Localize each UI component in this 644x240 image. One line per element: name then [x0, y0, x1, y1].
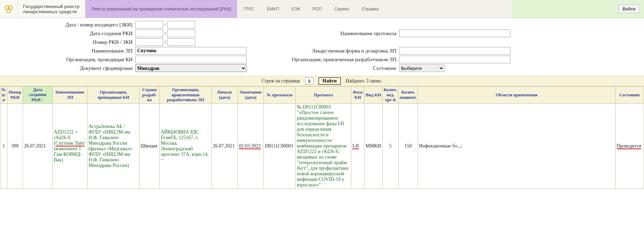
col-start[interactable]: Начало (дата) [212, 87, 238, 104]
cell-med-orgs: 5 [383, 103, 399, 189]
tab-eek[interactable]: ЕЭК [285, 0, 307, 18]
table-header-row: № п/п Номер РКИ Дата создания РКИ ↓ Наим… [0, 87, 644, 104]
lbl-org-dev: Организация, привлеченная разработчиком … [271, 57, 399, 63]
cell-lp-name: AZD1222 + rAd26-S (Спутник Лайт (компоне… [53, 103, 87, 189]
tab-grls[interactable]: ГРЛС [237, 0, 261, 18]
col-phase[interactable]: Фаза КИ [351, 87, 365, 104]
sort-down-icon: ↓ [42, 97, 44, 102]
lbl-lp-form: Лекарственная форма и дозировка ЛП [271, 48, 399, 54]
login-area: Войти [512, 0, 644, 18]
rows-per-page-label: Строк на странице [261, 78, 300, 84]
org-dev-input[interactable] [399, 56, 510, 63]
cell-protocol: № D8111C00003 "«Простое слепое рандомизи… [296, 103, 351, 189]
col-end[interactable]: Окончание (дата) [238, 87, 264, 104]
zki-num-input[interactable] [167, 38, 195, 46]
cell-kind: ММКИ [365, 103, 383, 189]
cell-start: 26.07.2021 [212, 103, 238, 189]
tab-service[interactable]: Сервис [328, 0, 356, 18]
incoming-num-input[interactable] [167, 21, 195, 29]
lbl-rki-num: Номер РКИ / ЗКИ [0, 39, 135, 45]
incoming-date-input[interactable] [135, 21, 163, 29]
cell-rki-date: 26.07.2021 [23, 103, 53, 189]
protocol-name-input[interactable] [399, 30, 510, 37]
lp-name-input[interactable] [135, 47, 246, 55]
table-row[interactable]: 1 398 26.07.2021 AZD1222 + rAd26-S (Спут… [0, 103, 644, 189]
lbl-rki-create: Дата создания РКИ [0, 31, 135, 37]
tabs: Реестр разрешений на проведение клиничес… [85, 0, 512, 18]
topbar: Государственный реестр лекарственных сре… [0, 0, 644, 18]
lbl-lp-name: Наименование ЛП [0, 48, 135, 54]
lbl-doc-formed: Документ сформирован [0, 65, 135, 71]
lp-form-input[interactable] [399, 47, 510, 55]
results-table: № п/п Номер РКИ Дата создания РКИ ↓ Наим… [0, 86, 644, 189]
cell-patients: 150 [399, 103, 418, 189]
cell-org-dev: АЙКЬЮВИА РДС ГезмбХ, 125167, г. Москва, … [160, 103, 212, 189]
col-protocol[interactable]: Протокол [296, 87, 351, 104]
tab-help[interactable]: Справка [356, 0, 385, 18]
cell-org-ki: АстраЗенека АБ / ФГБУ «НИЦЭМ им. Н.Ф. Га… [87, 103, 140, 189]
col-n[interactable]: № п/п [0, 87, 7, 104]
filters: Дата / номер входящего [ЗКИ] / Дата созд… [0, 18, 644, 76]
pager-row: Строк на странице Найти Найдено: 3 запис… [0, 76, 644, 86]
login-button[interactable]: Войти [618, 5, 640, 13]
rki-create-to-input[interactable] [167, 30, 195, 37]
cell-n: 1 [0, 103, 7, 189]
svg-point-2 [7, 9, 10, 13]
cell-rki-num: 398 [7, 103, 23, 189]
col-rki-num[interactable]: Номер РКИ [7, 87, 23, 104]
org-ki-input[interactable] [135, 56, 246, 63]
tab-bmkp[interactable]: БМКП [261, 0, 285, 18]
col-med-orgs[interactable]: Колич. мед. орг-й [383, 87, 399, 104]
rki-num-input[interactable] [135, 38, 163, 46]
brand-line1: Государственный реестр [23, 4, 80, 9]
col-org-dev[interactable]: Организация, привлеченная разработчиком … [160, 87, 212, 104]
col-proto-num[interactable]: № протокола [264, 87, 296, 104]
find-button[interactable]: Найти [318, 77, 341, 85]
rows-per-page-input[interactable] [305, 78, 313, 85]
col-state[interactable]: Состояние [616, 87, 644, 104]
lbl-org-ki: Организация, проводящая КИ [0, 57, 135, 63]
cell-phase: I-II [351, 103, 365, 189]
state-select[interactable]: Выберите [399, 64, 444, 72]
col-patients[interactable]: Колич. пациент. [399, 87, 418, 104]
col-rki-date[interactable]: Дата создания РКИ ↓ [23, 87, 53, 104]
lbl-incoming: Дата / номер входящего [ЗКИ] [0, 22, 135, 28]
cell-end: 02.03.2022 [238, 103, 264, 189]
cell-area: Инфекционные бо...; [418, 103, 616, 189]
rki-create-from-input[interactable] [135, 30, 163, 37]
cell-proto-num: D8111C00003 [264, 103, 296, 189]
cell-country: Швеция [140, 103, 160, 189]
logo-icon [0, 0, 17, 18]
lbl-protocol-name: Наименование протокола [271, 31, 399, 37]
col-org-ki[interactable]: Организация, проводящая КИ [87, 87, 140, 104]
col-country[interactable]: Страна разраб-ка [140, 87, 160, 104]
col-lp-name[interactable]: Наименование ЛП [53, 87, 87, 104]
cell-state: Проводится [616, 103, 644, 189]
tab-rop[interactable]: РОП [306, 0, 328, 18]
found-label: Найдено: 3 запис. [346, 78, 383, 84]
brand-line2: лекарственных средств [23, 9, 80, 14]
lbl-state: Состояние [271, 65, 399, 71]
tab-rki-register[interactable]: Реестр разрешений на проведение клиничес… [85, 0, 237, 18]
doc-formed-select[interactable]: Минздрав [135, 64, 246, 72]
slash-icon: / [163, 22, 167, 28]
col-area[interactable]: Области применения [418, 87, 616, 104]
brand-title: Государственный реестр лекарственных сре… [17, 0, 85, 18]
col-kind[interactable]: Вид КИ [365, 87, 383, 104]
